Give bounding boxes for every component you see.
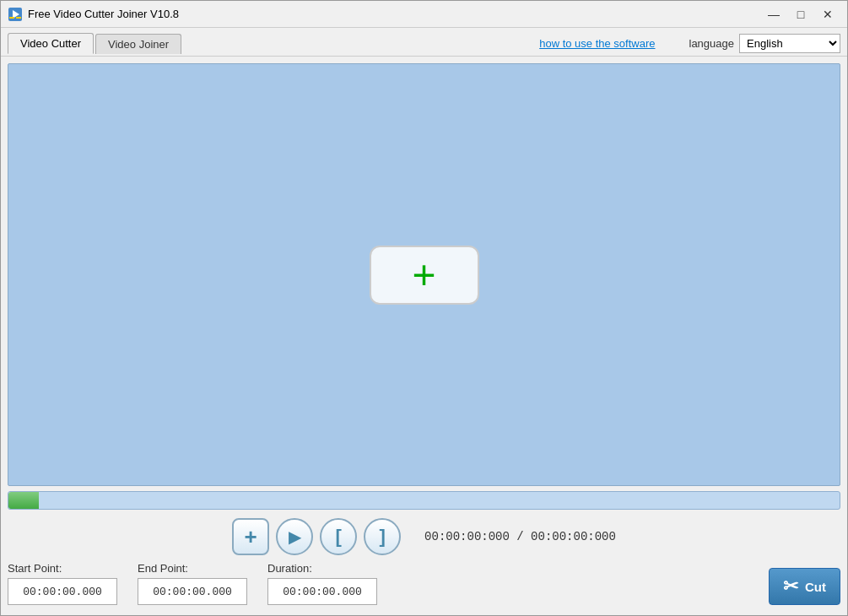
start-point-input[interactable] xyxy=(8,578,117,605)
app-icon xyxy=(8,7,23,22)
play-icon: ▶ xyxy=(289,527,301,547)
scissors-icon: ✂ xyxy=(783,575,798,597)
cut-button-label: Cut xyxy=(805,580,826,594)
mark-in-button[interactable]: [ xyxy=(320,518,357,555)
end-point-group: End Point: xyxy=(138,562,247,605)
start-point-group: Start Point: xyxy=(8,562,117,605)
duration-label: Duration: xyxy=(267,562,377,575)
tab-video-cutter[interactable]: Video Cutter xyxy=(8,33,94,54)
window-title: Free Video Cutter Joiner V10.8 xyxy=(28,8,761,20)
timeline-handle xyxy=(8,492,39,509)
mark-out-icon: ] xyxy=(379,526,385,548)
language-select[interactable]: English Chinese Spanish French German xyxy=(739,34,840,53)
end-point-input[interactable] xyxy=(138,578,247,605)
window-controls: — □ ✕ xyxy=(761,6,840,23)
title-bar: Free Video Cutter Joiner V10.8 — □ ✕ xyxy=(1,1,847,28)
tab-bar: Video Cutter Video Joiner how to use the… xyxy=(1,28,847,57)
add-video-icon: + xyxy=(412,255,435,295)
timeline-bar[interactable] xyxy=(8,491,840,510)
tab-video-joiner[interactable]: Video Joiner xyxy=(95,34,181,54)
duration-input[interactable] xyxy=(267,578,377,605)
maximize-button[interactable]: □ xyxy=(788,6,813,23)
add-file-button[interactable]: + xyxy=(232,518,269,555)
add-file-icon: + xyxy=(244,524,257,550)
main-window: Free Video Cutter Joiner V10.8 — □ ✕ Vid… xyxy=(0,0,848,616)
add-video-button[interactable]: + xyxy=(370,246,479,305)
duration-group: Duration: xyxy=(267,562,377,605)
help-link[interactable]: how to use the software xyxy=(539,37,655,50)
cut-button[interactable]: ✂ Cut xyxy=(769,568,840,605)
minimize-button[interactable]: — xyxy=(761,6,786,23)
main-content: + + ▶ [ ] 00:00:00:000 / 00:00:00:000 xyxy=(1,57,847,615)
bottom-controls: Start Point: End Point: Duration: ✂ Cut xyxy=(8,559,840,608)
timecode-display: 00:00:00:000 / 00:00:00:000 xyxy=(424,530,616,543)
language-label: language xyxy=(689,37,735,50)
close-button[interactable]: ✕ xyxy=(815,6,840,23)
play-button[interactable]: ▶ xyxy=(276,518,313,555)
end-point-label: End Point: xyxy=(138,562,247,575)
mark-in-icon: [ xyxy=(335,526,341,548)
video-preview-area: + xyxy=(8,63,840,486)
controls-row: + ▶ [ ] 00:00:00:000 / 00:00:00:000 xyxy=(8,513,840,559)
svg-rect-3 xyxy=(16,17,21,19)
mark-out-button[interactable]: ] xyxy=(364,518,401,555)
svg-rect-2 xyxy=(9,17,14,19)
start-point-label: Start Point: xyxy=(8,562,117,575)
